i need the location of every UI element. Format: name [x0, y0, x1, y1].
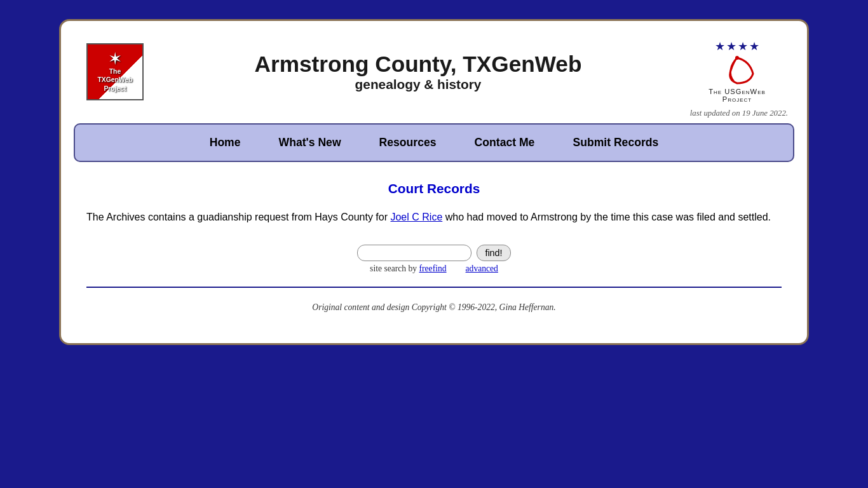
site-search-label: site search by freefind: [370, 264, 446, 274]
search-links: site search by freefind advanced: [370, 264, 498, 274]
divider: [86, 287, 782, 288]
advanced-search-link[interactable]: advanced: [466, 264, 498, 274]
site-subtitle: genealogy & history: [144, 77, 693, 92]
texas-star-icon: ✶: [97, 50, 132, 67]
usgenweb-logo-label: The USGenWeb Project: [693, 88, 782, 103]
joel-c-rice-link[interactable]: Joel C Rice: [390, 212, 442, 222]
find-button[interactable]: find!: [477, 245, 510, 261]
nav-submit-records[interactable]: Submit Records: [553, 131, 677, 154]
star-icon-3: ★: [738, 40, 748, 53]
search-area: find! site search by freefind advanced: [86, 245, 782, 274]
txgenweb-logo-text: TheTXGenWebProject: [97, 68, 132, 92]
star-icon-4: ★: [749, 40, 759, 53]
footer: Original content and design Copyright © …: [86, 297, 782, 318]
txgenweb-logo: ✶ TheTXGenWebProject: [86, 43, 144, 100]
navigation: Home What's New Resources Contact Me Sub…: [74, 123, 794, 162]
page-title: Court Records: [86, 181, 782, 196]
star-icon-2: ★: [726, 40, 736, 53]
site-title: Armstrong County, TXGenWeb: [144, 51, 693, 77]
main-content: Court Records The Archives contains a gu…: [74, 175, 794, 330]
header: ✶ TheTXGenWebProject Armstrong County, T…: [74, 34, 794, 106]
freefind-link[interactable]: freefind: [419, 264, 447, 273]
swoosh-icon: [715, 55, 759, 86]
main-container: ✶ TheTXGenWebProject Armstrong County, T…: [59, 19, 809, 345]
court-records-text: The Archives contains a guadianship requ…: [86, 209, 782, 226]
usgenweb-logo: ★ ★ ★ ★ The USGenWeb Project: [693, 40, 782, 103]
last-updated: last updated on 19 June 2022.: [74, 109, 794, 118]
nav-resources[interactable]: Resources: [360, 131, 456, 154]
search-input[interactable]: [357, 245, 471, 261]
star-icon-1: ★: [715, 40, 725, 53]
nav-whats-new[interactable]: What's New: [260, 131, 360, 154]
nav-contact-me[interactable]: Contact Me: [456, 131, 554, 154]
search-row: find!: [357, 245, 510, 261]
site-title-block: Armstrong County, TXGenWeb genealogy & h…: [144, 51, 693, 92]
svg-point-0: [735, 56, 739, 60]
nav-home[interactable]: Home: [191, 131, 260, 154]
swoosh-container: [712, 55, 763, 86]
stars-row: ★ ★ ★ ★: [715, 40, 759, 53]
